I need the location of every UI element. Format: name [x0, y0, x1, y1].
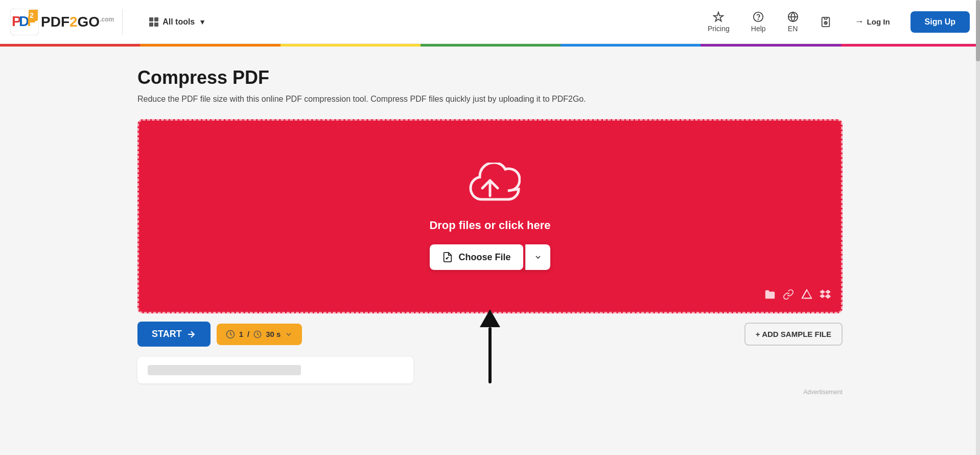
pricing-nav[interactable]: Pricing	[699, 7, 738, 37]
log-in-label: Log In	[867, 17, 890, 26]
logo-text: PDF2GO.com	[41, 14, 114, 30]
info-badge[interactable]: 1 / 30 s	[217, 324, 302, 345]
logo-icon: P D F 2	[10, 9, 39, 35]
arrow-right-icon	[186, 329, 196, 339]
separator: /	[247, 330, 249, 338]
choose-file-button[interactable]: Choose File	[430, 244, 523, 270]
google-drive-icon[interactable]	[801, 289, 812, 303]
svg-rect-11	[824, 17, 827, 19]
sign-up-button[interactable]: Sign Up	[911, 11, 970, 33]
svg-line-15	[802, 290, 807, 299]
clock-icon	[253, 330, 262, 338]
page-title: Compress PDF	[137, 67, 843, 88]
cloud-upload-icon	[459, 163, 521, 209]
coin-icon	[226, 330, 235, 339]
pricing-icon	[713, 11, 724, 22]
chevron-down-icon: ▼	[199, 18, 206, 26]
add-sample-label: + ADD SAMPLE FILE	[756, 330, 831, 338]
drop-files-text: Drop files or click here	[429, 219, 550, 232]
bottom-left: START 1 / 30 s	[137, 322, 302, 347]
sign-up-label: Sign Up	[925, 17, 955, 26]
choose-file-container[interactable]: Choose File	[430, 244, 550, 270]
dropdown-icon	[285, 330, 293, 338]
svg-point-8	[758, 19, 759, 19]
login-arrow-icon: →	[855, 16, 864, 27]
lower-content-placeholder	[148, 365, 301, 375]
page-description: Reduce the PDF file size with this onlin…	[137, 95, 597, 104]
drop-zone[interactable]: Drop files or click here Choose File	[137, 119, 843, 313]
pages-count: 1	[239, 330, 243, 338]
drop-zone-icons	[764, 289, 831, 303]
drive-svg	[801, 289, 812, 300]
folder-svg	[764, 289, 776, 300]
dropbox-svg	[820, 289, 831, 300]
time-estimate: 30 s	[266, 330, 281, 338]
svg-text:2: 2	[30, 11, 34, 19]
lower-section	[137, 357, 413, 383]
scrollbar-thumb[interactable]	[976, 0, 980, 61]
add-sample-file-button[interactable]: + ADD SAMPLE FILE	[744, 323, 843, 346]
link-svg	[783, 289, 794, 300]
help-icon	[753, 11, 764, 22]
all-tools-button[interactable]: All tools ▼	[141, 13, 214, 31]
dropbox-icon[interactable]	[820, 289, 831, 303]
start-button[interactable]: START	[137, 322, 211, 347]
pricing-label: Pricing	[708, 25, 730, 33]
chevron-down-icon	[534, 253, 542, 261]
file-icon	[442, 252, 453, 263]
header: P D F 2 PDF2GO.com All tools ▼ Pri	[0, 0, 980, 44]
main-content: Compress PDF Reduce the PDF file size wi…	[97, 47, 883, 406]
bottom-bar: START 1 / 30 s	[137, 322, 843, 347]
logo[interactable]: P D F 2 PDF2GO.com	[10, 9, 114, 35]
advertisement-label: Advertisement	[137, 389, 843, 396]
log-in-button[interactable]: → Log In	[845, 11, 900, 32]
grid-icon	[149, 17, 158, 27]
logo-area: P D F 2 PDF2GO.com	[10, 9, 114, 35]
start-label: START	[152, 329, 182, 339]
clipboard-icon	[820, 16, 831, 28]
svg-marker-14	[802, 290, 811, 299]
history-nav[interactable]	[812, 12, 839, 32]
link-icon[interactable]	[783, 289, 794, 303]
folder-icon[interactable]	[764, 289, 776, 303]
header-right: Pricing Help EN	[699, 7, 970, 37]
globe-icon	[787, 11, 799, 22]
choose-file-label: Choose File	[458, 252, 510, 263]
language-nav[interactable]: EN	[779, 7, 807, 37]
language-label: EN	[788, 25, 798, 33]
header-divider	[122, 9, 123, 35]
choose-file-dropdown-button[interactable]	[525, 244, 550, 270]
all-tools-label: All tools	[162, 17, 195, 27]
help-label: Help	[751, 25, 766, 33]
scrollbar[interactable]	[976, 0, 980, 406]
help-nav[interactable]: Help	[743, 7, 774, 37]
